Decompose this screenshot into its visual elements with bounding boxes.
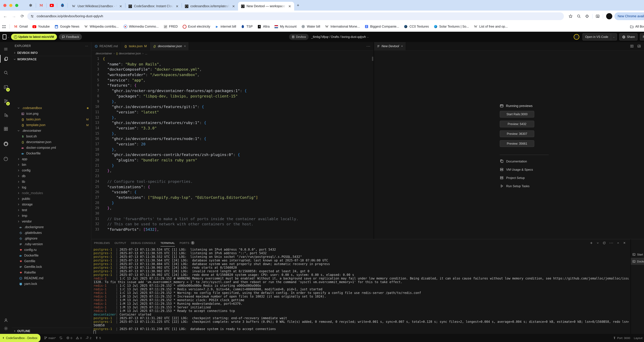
chatgpt-pinned-tab[interactable]: ✻ — [27, 2, 34, 9]
status-item[interactable] — [59, 336, 62, 340]
status-item[interactable]: 0 — [76, 336, 82, 340]
chevron-down-icon[interactable]: ⌄ — [611, 34, 616, 40]
tree-item[interactable]: icon.png — [12, 111, 91, 117]
tree-item[interactable]: {}template.jsonM — [12, 122, 91, 128]
explorer-icon[interactable] — [0, 54, 12, 63]
maximize-panel-icon[interactable] — [617, 241, 620, 244]
tree-item[interactable]: db — [12, 173, 91, 179]
editor-tab-devcontainer.json[interactable]: {}devcontainer.json× — [150, 42, 189, 50]
bookmark-item[interactable]: My Account — [274, 25, 296, 29]
close-panel-icon[interactable] — [623, 241, 626, 244]
panel-tab-terminal[interactable]: TERMINAL — [160, 239, 175, 246]
devtool-link[interactable]: Project Setup — [500, 176, 551, 180]
tree-item[interactable]: bin — [12, 162, 91, 168]
bookmark-item[interactable]: WList of free and op... — [474, 25, 508, 29]
tab-new-devtool[interactable]: New Devtool × — [374, 42, 406, 50]
forward-icon[interactable]: → — [12, 14, 16, 19]
tree-item[interactable]: Gemfile.lock — [12, 264, 91, 270]
source-control-icon[interactable] — [0, 97, 12, 105]
bookmark-item[interactable]: Excel electricity — [182, 25, 210, 29]
devtool-link[interactable]: Documentation — [500, 159, 551, 163]
search-icon[interactable] — [0, 68, 12, 77]
preview-button[interactable]: Start Rails:3000 — [500, 111, 534, 118]
browser-tab[interactable]: CodeSandbox: Instant Cloud✕ — [126, 2, 182, 11]
preview-button[interactable]: Preview: 5432 — [500, 121, 534, 127]
lens-search-icon[interactable] — [577, 14, 581, 18]
status-item[interactable]: 5 — [95, 336, 101, 340]
tree-item[interactable]: Dockerfile — [12, 151, 91, 156]
panel-tab-output[interactable]: OUTPUT — [114, 239, 126, 246]
bookmark-item[interactable]: TSP — [241, 25, 253, 29]
tab-search-icon[interactable] — [596, 14, 600, 18]
split-editor-icon[interactable] — [630, 44, 634, 48]
github-octocat-icon[interactable] — [0, 154, 12, 163]
fork-button[interactable]: Fork ⌄ — [640, 33, 644, 41]
bookmark-item[interactable]: ▶Youtube — [32, 25, 50, 29]
tree-item[interactable]: config.ru — [12, 247, 91, 253]
share-button[interactable]: Share — [619, 33, 638, 41]
tree-item[interactable]: log — [12, 185, 91, 190]
bookmark-star-icon[interactable] — [568, 14, 572, 18]
new-terminal-icon[interactable] — [590, 241, 593, 244]
bookmark-item[interactable]: Solar Textures | So... — [434, 25, 469, 29]
tree-item[interactable]: docker-compose.yml — [12, 145, 91, 151]
browser-tab[interactable]: New Devtool — workspace —✕ — [238, 2, 294, 11]
bookmark-item[interactable]: FRED — [163, 25, 178, 29]
panel-tab-ports[interactable]: PORTS5 — [180, 239, 194, 246]
tree-item[interactable]: public — [12, 196, 91, 202]
devbox-badge[interactable]: Devbox — [289, 34, 308, 40]
more-icon[interactable]: ··· — [609, 240, 613, 245]
layout-icon[interactable] — [637, 44, 641, 48]
bookmark-item[interactable]: Wikimedia Commo... — [123, 25, 159, 29]
bookmark-item[interactable]: Google News — [54, 25, 79, 29]
tree-item[interactable]: Rakefile — [12, 270, 91, 275]
preview-button[interactable]: Preview: 35661 — [500, 140, 534, 147]
status-item[interactable]: 2 — [86, 336, 91, 340]
tree-item[interactable]: tmp — [12, 213, 91, 219]
tree-item[interactable]: .dockerignore — [12, 224, 91, 230]
extensions-puzzle-icon[interactable] — [585, 14, 589, 18]
tree-item[interactable]: config — [12, 168, 91, 173]
url-bar[interactable]: codesandbox.io/p/devbox/boring-dust-qqly… — [28, 12, 564, 20]
close-tab-icon[interactable]: ✕ — [232, 4, 236, 8]
user-avatar[interactable] — [574, 34, 579, 40]
tree-item[interactable]: Gemfile — [12, 258, 91, 264]
tree-item[interactable]: README.md — [12, 275, 91, 281]
status-item[interactable]: 0 — [66, 336, 72, 340]
tree-item[interactable]: lib — [12, 179, 91, 185]
panel-tab-debug-console[interactable]: DEBUG CONSOLE — [131, 239, 156, 246]
open-vscode-button[interactable]: Open in VS Code ⌄ — [582, 33, 617, 41]
close-window-icon[interactable] — [3, 4, 6, 7]
bookmark-item[interactable]: MGmail — [14, 25, 28, 29]
tree-item[interactable]: yarn.lock — [12, 281, 91, 287]
project-breadcrumb[interactable]: _6mbg7dfpqr / Drafts / boring-dust-qqlyv… — [311, 35, 366, 39]
chevron-down-icon[interactable] — [596, 241, 599, 244]
devtools-icon[interactable] — [0, 83, 12, 92]
bookmark-item[interactable]: Water bill — [301, 25, 320, 29]
apps-grid-icon[interactable] — [2, 25, 6, 29]
minimize-window-icon[interactable] — [9, 4, 12, 7]
editor-tab-README.md[interactable]: README.md — [92, 42, 121, 50]
browser-tab[interactable]: WUser:Wikideas1/sandbox - W✕ — [69, 2, 125, 11]
editor-tab-tasks.json[interactable]: {}tasks.jsonM — [121, 42, 150, 50]
back-icon[interactable]: ← — [3, 14, 7, 19]
editor-more-icon[interactable]: ··· — [366, 42, 374, 50]
editor-breadcrumbs[interactable]: .devcontainer› {} devcontainer.json› ... — [92, 51, 374, 56]
close-tab-icon[interactable]: ✕ — [119, 4, 122, 8]
tree-item[interactable]: {}tasks.jsonM — [12, 117, 91, 122]
devtool-link[interactable]: Run Setup Tasks — [500, 184, 551, 188]
chevron-down-icon[interactable]: ⌄ — [8, 36, 10, 38]
tree-item[interactable]: test — [12, 207, 91, 213]
editor-scrollbar[interactable] — [372, 57, 373, 61]
close-tab-icon[interactable]: ✕ — [175, 4, 179, 8]
menu-icon[interactable] — [0, 45, 12, 53]
tree-item[interactable]: .devcontainer — [12, 128, 91, 134]
tree-item[interactable]: .gitignore — [12, 236, 91, 241]
all-bookmarks-button[interactable]: All Bookmarks — [630, 25, 644, 29]
extensions-icon[interactable] — [0, 125, 12, 133]
bookmark-item[interactable]: ZBiggest Companie... — [364, 25, 399, 29]
bookmark-item[interactable]: ▶internet bill — [215, 25, 236, 29]
status-item[interactable]: main* — [44, 336, 56, 340]
settings-gear-icon[interactable] — [0, 324, 12, 333]
update-microvm-button[interactable]: ! Update to latest microVM — [11, 34, 57, 40]
